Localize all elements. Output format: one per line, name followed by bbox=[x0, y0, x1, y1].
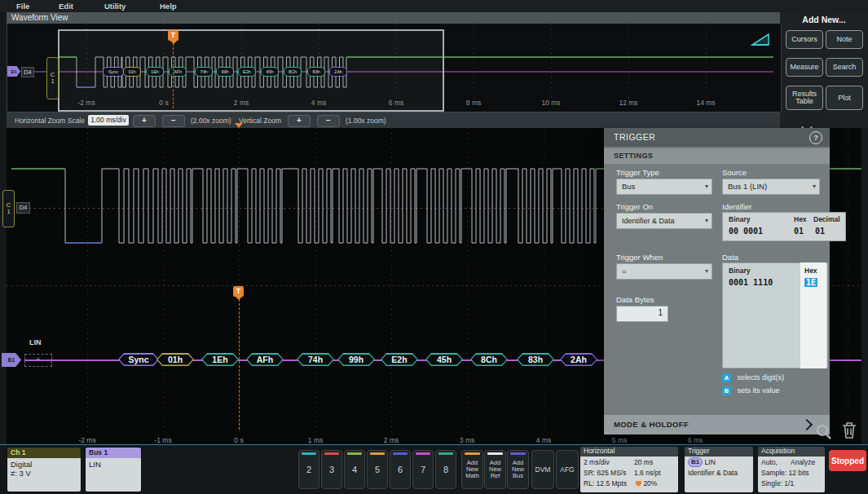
trigger-flag-icon[interactable]: T bbox=[168, 30, 178, 41]
expand-chevron-icon bbox=[801, 419, 813, 430]
channel-8-button[interactable]: 8 bbox=[435, 450, 456, 489]
axis-tick: 3 ms bbox=[460, 436, 474, 444]
trigger-position-line bbox=[239, 299, 240, 430]
decode-label: Sync bbox=[128, 355, 148, 364]
bus-badge[interactable]: B1 bbox=[2, 353, 21, 367]
bus-1-name: Bus 1 bbox=[86, 448, 141, 458]
acquisition-info-box[interactable]: Acquisition Auto,Analyze Sample: 12 bits… bbox=[758, 447, 825, 492]
mini-decode-data: AFh bbox=[169, 67, 187, 77]
axis-tick: 6 ms bbox=[389, 99, 403, 107]
channel-1-details: Digital ≠: 3 V bbox=[7, 458, 81, 492]
h-zoom-minus-button[interactable]: − bbox=[162, 115, 185, 127]
trigger-info-box[interactable]: Trigger B1 LIN Identifier & Data bbox=[685, 447, 753, 492]
v-zoom-minus-button[interactable]: − bbox=[317, 115, 340, 127]
channel-1-badge[interactable]: Ch 1 Digital ≠: 3 V bbox=[7, 447, 82, 492]
zoom-tool-icon[interactable] bbox=[815, 423, 833, 441]
settings-tab[interactable]: SETTINGS bbox=[604, 148, 830, 164]
bus-marker-box: + bbox=[24, 354, 52, 367]
mode-holdoff-label: MODE & HOLDOFF bbox=[614, 420, 689, 429]
horizontal-title: Horizontal bbox=[580, 447, 678, 457]
horizontal-info-box[interactable]: Horizontal 2 ms/div20 ms SR: 625 MS/s1.6… bbox=[580, 447, 678, 492]
cursors-button[interactable]: Cursors bbox=[786, 30, 823, 49]
source-dropdown[interactable]: Bus 1 (LIN) ▾ bbox=[722, 179, 820, 195]
note-button[interactable]: Note bbox=[826, 30, 863, 49]
h-zoom-factor: (2.00x zoom) bbox=[191, 117, 231, 125]
trigger-flag-icon[interactable]: T bbox=[233, 286, 244, 297]
channel-6-label: 6 bbox=[398, 465, 403, 474]
menu-help[interactable]: Help bbox=[160, 2, 177, 11]
v-zoom-plus-button[interactable]: + bbox=[288, 115, 311, 127]
identifier-decimal-value[interactable]: 01 bbox=[815, 227, 825, 236]
search-mark-icon[interactable] bbox=[751, 33, 770, 46]
trigger-on-dropdown[interactable]: Identifier & Data ▾ bbox=[616, 213, 712, 229]
identifier-decimal-header: Decimal bbox=[813, 215, 840, 223]
channel-7-color bbox=[416, 452, 430, 455]
data-box[interactable]: Binary Hex 0001 1110 1E bbox=[722, 262, 828, 368]
dvm-button[interactable]: DVM bbox=[531, 450, 554, 489]
knob-a-hint-text: selects digit(s) bbox=[738, 373, 785, 382]
identifier-box[interactable]: Binary Hex Decimal 00 0001 01 01 bbox=[722, 212, 846, 241]
trigger-position-icon[interactable] bbox=[235, 123, 243, 128]
stopped-button[interactable]: Stopped bbox=[829, 450, 866, 471]
chevron-down-icon: ▾ bbox=[705, 263, 708, 280]
mode-holdoff-section[interactable]: MODE & HOLDOFF bbox=[604, 415, 830, 434]
channel-2-button[interactable]: 2 bbox=[298, 450, 319, 489]
channel-6-button[interactable]: 6 bbox=[390, 450, 411, 489]
identifier-hex-value[interactable]: 01 bbox=[794, 227, 804, 236]
mini-decode-checksum: 2Ah bbox=[329, 67, 347, 77]
channel-3-button[interactable]: 3 bbox=[321, 450, 342, 489]
trash-icon[interactable] bbox=[841, 421, 857, 440]
decode-id: 01h bbox=[156, 353, 194, 366]
channel-handle[interactable]: C 1 bbox=[46, 57, 59, 99]
h-zoom-plus-button[interactable]: + bbox=[133, 115, 156, 127]
data-label: Data bbox=[722, 253, 738, 262]
trigger-on-label: Trigger On bbox=[616, 202, 653, 211]
afg-button[interactable]: AFG bbox=[556, 450, 579, 489]
add-new-ref-button[interactable]: Add New Ref bbox=[484, 450, 506, 489]
axis-tick: -2 ms bbox=[77, 99, 95, 107]
mini-decode-data: E2h bbox=[238, 67, 256, 77]
record-length: RL: 12.5 Mpts bbox=[584, 479, 627, 487]
menu-edit[interactable]: Edit bbox=[59, 2, 73, 11]
menu-utility[interactable]: Utility bbox=[104, 2, 126, 11]
decode-data: E2h bbox=[381, 353, 418, 366]
data-bytes-input[interactable]: 1 bbox=[616, 306, 668, 322]
trigger-when-label: Trigger When bbox=[616, 253, 663, 262]
acquisition-title: Acquisition bbox=[758, 447, 825, 457]
channel-5-button[interactable]: 5 bbox=[367, 450, 388, 489]
channel-handle[interactable]: C 1 bbox=[2, 190, 15, 227]
axis-tick: 8 ms bbox=[466, 99, 481, 107]
math-color bbox=[465, 452, 480, 455]
bus-color bbox=[510, 452, 526, 455]
trigger-position-icon bbox=[636, 481, 641, 487]
measure-button[interactable]: Measure bbox=[786, 58, 823, 77]
trigger-type-dropdown[interactable]: Bus ▾ bbox=[616, 179, 712, 195]
identifier-binary-value[interactable]: 00 0001 bbox=[729, 227, 763, 236]
trigger-panel-header[interactable]: TRIGGER ? bbox=[604, 128, 830, 147]
channel-7-button[interactable]: 7 bbox=[412, 450, 434, 489]
axis-tick: 14 ms bbox=[696, 99, 715, 107]
add-new-math-button[interactable]: Add New Math bbox=[461, 450, 483, 489]
waveform-overview[interactable]: Sync 01h 1Eh AFh 74h 99h E2h 45h 8Ch 83h… bbox=[7, 24, 782, 112]
add-new-bus-button[interactable]: Add New Bus bbox=[507, 450, 529, 489]
help-icon[interactable]: ? bbox=[809, 131, 822, 144]
menu-file[interactable]: File bbox=[16, 2, 29, 11]
results-table-button[interactable]: Results Table bbox=[786, 86, 823, 110]
v-zoom-factor: (1.00x zoom) bbox=[346, 117, 386, 125]
data-binary-value[interactable]: 0001 1110 bbox=[729, 278, 773, 287]
ref-color bbox=[487, 452, 503, 455]
channel-4-button[interactable]: 4 bbox=[344, 450, 365, 489]
plot-button[interactable]: Plot bbox=[826, 86, 863, 110]
trigger-when-dropdown[interactable]: = ▾ bbox=[616, 263, 712, 280]
search-button[interactable]: Search bbox=[826, 58, 863, 77]
bus-1-details: LIN bbox=[86, 458, 141, 492]
data-hex-value[interactable]: 1E bbox=[804, 278, 817, 287]
trigger-settings-panel: TRIGGER ? SETTINGS Trigger Type Bus ▾ So… bbox=[604, 128, 830, 434]
decode-data: 8Ch bbox=[470, 353, 508, 366]
source-value: Bus 1 (LIN) bbox=[728, 182, 767, 191]
identifier-binary-header: Binary bbox=[729, 215, 750, 223]
axis-tick: 4 ms bbox=[311, 99, 326, 107]
decode-data: AFh bbox=[246, 353, 284, 366]
h-zoom-scale-value[interactable]: 1.00 ms/div bbox=[88, 115, 129, 126]
bus-1-badge[interactable]: Bus 1 LIN bbox=[85, 447, 142, 492]
